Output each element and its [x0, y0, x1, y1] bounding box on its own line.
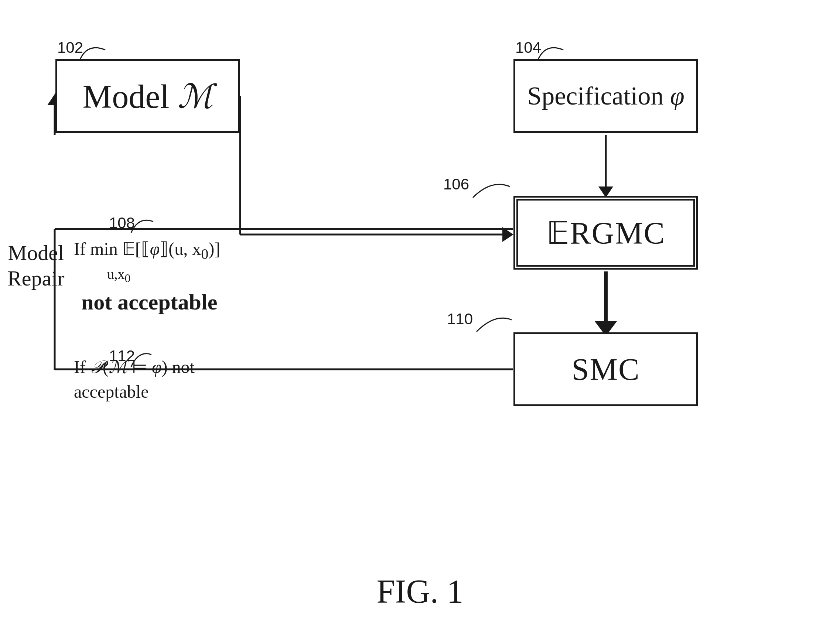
svg-marker-6: [502, 227, 514, 242]
condition1-text: If min 𝔼[⟦φ⟧(u, x0)] u,x0 not acceptable: [74, 236, 480, 318]
ergmc-label: 𝔼RGMC: [546, 214, 665, 251]
model-box: Model ℳ: [55, 59, 240, 133]
condition2-text: If 𝒫(ℳ ⊨ φ) not acceptable: [74, 355, 480, 404]
condition2-line1: If 𝒫(ℳ ⊨ φ) not: [74, 355, 480, 379]
ref-108-curve: [109, 212, 168, 238]
model-label: Model ℳ: [82, 77, 213, 115]
smc-label: SMC: [571, 351, 640, 387]
ergmc-box: 𝔼RGMC: [514, 196, 698, 270]
condition1-line1: If min 𝔼[⟦φ⟧(u, x0)]: [74, 236, 480, 264]
condition1-line2: not acceptable: [74, 286, 480, 318]
spec-label: Specification φ: [527, 81, 685, 111]
ref-106-curve: [443, 175, 525, 205]
diagram-container: 102 104 106 108 110 112 Model ℳ Specific…: [0, 0, 840, 640]
smc-box: SMC: [514, 332, 698, 406]
condition1-subscript: u,x0: [74, 264, 480, 286]
condition2-line2: acceptable: [74, 379, 480, 404]
model-repair-label: Model Repair: [7, 214, 65, 291]
spec-box: Specification φ: [514, 59, 698, 133]
figure-label: FIG. 1: [376, 573, 463, 610]
